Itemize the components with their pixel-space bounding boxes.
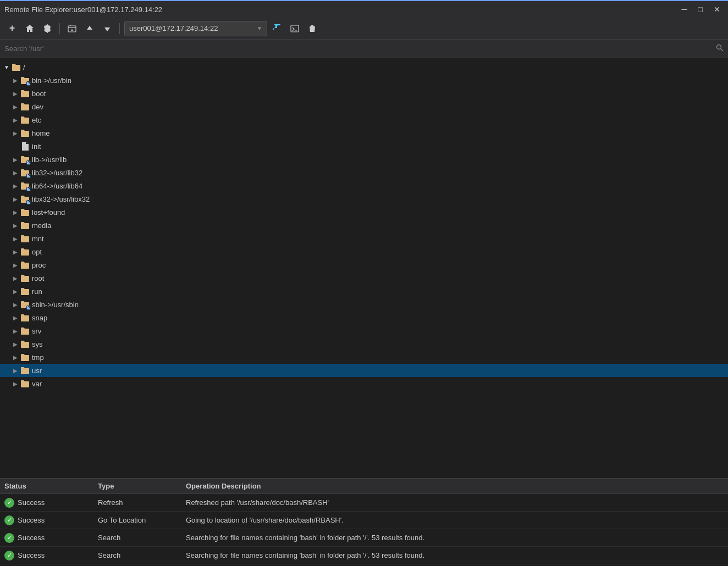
tree-item-dev[interactable]: ▶ dev [0, 100, 728, 113]
tree-item-bin[interactable]: ▶ bin->/usr/bin [0, 74, 728, 87]
tree-item-boot[interactable]: ▶ boot [0, 87, 728, 100]
status-row-2[interactable]: ✓ Success Search Searching for file name… [0, 529, 728, 547]
home-button[interactable] [22, 21, 37, 36]
var-folder-icon [20, 379, 30, 389]
lost+found-label: lost+found [32, 208, 65, 217]
path-selector[interactable]: user001@172.17.249.14:22 ▼ [124, 21, 267, 36]
tree-item-opt[interactable]: ▶ opt [0, 245, 728, 258]
tree-item-root[interactable]: ▶ root [0, 271, 728, 285]
status-badge-2: ✓ Success [4, 533, 89, 543]
sbin-arrow: ▶ [11, 300, 20, 309]
run-folder-icon [20, 286, 30, 296]
tree-item-etc[interactable]: ▶ etc [0, 113, 728, 126]
dev-label: dev [32, 103, 43, 111]
mnt-arrow: ▶ [11, 234, 20, 243]
snap-label: snap [32, 314, 47, 322]
search-icon [716, 44, 724, 52]
opt-folder-icon [20, 247, 30, 257]
status-badge-3: ✓ Success [4, 551, 89, 561]
tree-item-snap[interactable]: ▶ snap [0, 311, 728, 324]
bin-label: bin->/usr/bin [32, 76, 71, 85]
root-arrow: ▶ [11, 274, 20, 282]
refresh-button[interactable] [269, 21, 285, 36]
libx32-symlink-icon [20, 194, 30, 204]
etc-arrow: ▶ [11, 115, 20, 124]
status-rows-wrapper: ✓ Success Refresh Refreshed path '/usr/s… [0, 494, 728, 566]
tree-item-lib32[interactable]: ▶ lib32->/usr/lib32 [0, 166, 728, 179]
path-value: user001@172.17.249.14:22 [129, 24, 257, 32]
status-row-3[interactable]: ✓ Success Search Searching for file name… [0, 547, 728, 564]
type-cell-1: Go To Location [93, 514, 181, 526]
root-arrow: ▼ [2, 63, 11, 71]
tree-item-media[interactable]: ▶ media [0, 219, 728, 232]
tree-item-usr[interactable]: ▶ usr [0, 364, 728, 377]
tree-item-tmp[interactable]: ▶ tmp [0, 351, 728, 364]
tree-item-mnt[interactable]: ▶ mnt [0, 232, 728, 245]
status-column-header: Status [0, 480, 93, 492]
success-icon-1: ✓ [4, 515, 14, 525]
delete-button[interactable] [305, 21, 320, 36]
tree-item-lib64[interactable]: ▶ lib64->/usr/lib64 [0, 179, 728, 192]
new-folder-button[interactable] [64, 21, 80, 36]
var-label: var [32, 380, 42, 388]
separator-2 [119, 23, 120, 34]
status-row-0[interactable]: ✓ Success Refresh Refreshed path '/usr/s… [0, 494, 728, 512]
close-button[interactable]: ✕ [710, 4, 724, 15]
tree-item-run[interactable]: ▶ run [0, 285, 728, 298]
dev-arrow: ▶ [11, 102, 20, 111]
root-folder-icon [11, 62, 21, 72]
search-bar [0, 40, 728, 58]
status-cell-1: ✓ Success [0, 513, 93, 528]
minimize-button[interactable]: ─ [679, 4, 691, 15]
add-button[interactable]: + [4, 21, 20, 36]
navigate-down-button[interactable] [100, 21, 115, 36]
init-file-icon [20, 141, 30, 151]
boot-arrow: ▶ [11, 89, 20, 98]
status-rows-container: ✓ Success Refresh Refreshed path '/usr/s… [0, 494, 728, 566]
desc-cell-1: Going to location of '/usr/share/doc/bas… [181, 514, 728, 526]
tree-root[interactable]: ▼ / [0, 60, 728, 74]
status-row-1[interactable]: ✓ Success Go To Location Going to locati… [0, 512, 728, 529]
open-terminal-button[interactable] [287, 21, 302, 36]
lost+found-folder-icon [20, 207, 30, 217]
maximize-button[interactable]: □ [695, 4, 706, 15]
success-icon-3: ✓ [4, 551, 14, 561]
media-folder-icon [20, 220, 30, 230]
tree-item-var[interactable]: ▶ var [0, 377, 728, 390]
settings-button[interactable] [40, 21, 55, 36]
window-controls: ─ □ ✕ [679, 4, 724, 15]
tree-item-libx32[interactable]: ▶ libx32->/usr/libx32 [0, 192, 728, 206]
delete-icon [308, 24, 316, 33]
terminal-icon [290, 24, 299, 33]
init-label: init [32, 142, 41, 151]
gear-icon [43, 24, 52, 33]
tree-item-home[interactable]: ▶ home [0, 126, 728, 140]
search-input[interactable] [4, 45, 716, 53]
tree-item-proc[interactable]: ▶ proc [0, 258, 728, 271]
tree-item-srv[interactable]: ▶ srv [0, 324, 728, 337]
tree-item-lost+found[interactable]: ▶ lost+found [0, 206, 728, 219]
etc-label: etc [32, 116, 41, 124]
tree-item-sys[interactable]: ▶ sys [0, 337, 728, 351]
srv-label: srv [32, 327, 41, 335]
lib64-arrow: ▶ [11, 181, 20, 190]
media-label: media [32, 221, 51, 230]
search-submit-button[interactable] [716, 44, 724, 53]
mnt-label: mnt [32, 235, 44, 243]
tree-item-lib[interactable]: ▶ lib->/usr/lib [0, 153, 728, 166]
media-arrow: ▶ [11, 221, 20, 230]
type-cell-0: Refresh [93, 496, 181, 509]
etc-folder-icon [20, 115, 30, 125]
type-cell-3: Search [93, 549, 181, 562]
proc-label: proc [32, 261, 46, 269]
tree-item-init[interactable]: init [0, 140, 728, 153]
mnt-folder-icon [20, 234, 30, 243]
type-cell-2: Search [93, 531, 181, 544]
navigate-up-button[interactable] [82, 21, 97, 36]
home-icon [25, 24, 34, 33]
window-title: Remote File Explorer:user001@172.17.249.… [4, 5, 162, 14]
tree-item-sbin[interactable]: ▶ sbin->/usr/sbin [0, 298, 728, 311]
run-label: run [32, 287, 42, 296]
home-arrow: ▶ [11, 129, 20, 137]
down-arrow-icon [103, 25, 111, 32]
